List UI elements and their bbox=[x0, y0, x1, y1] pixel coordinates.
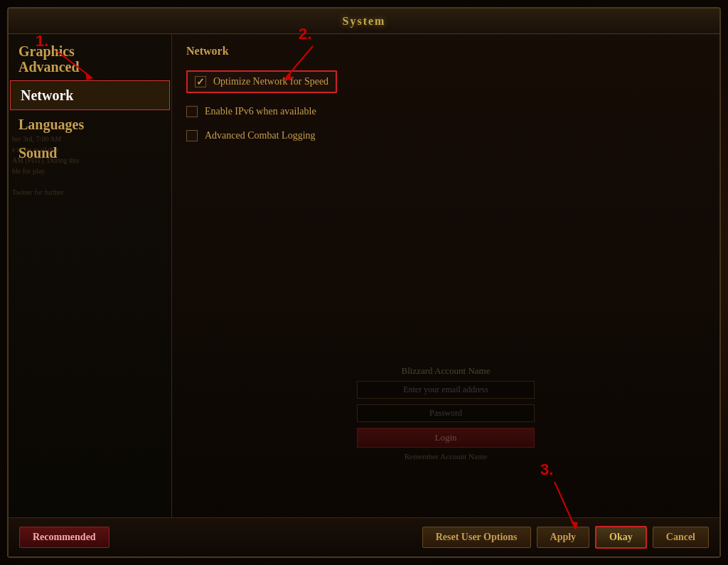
account-label: Blizzard Account Name bbox=[357, 365, 535, 377]
remember-label: Remember Account Name bbox=[357, 452, 535, 461]
bg-login-area: Blizzard Account Name Enter your email a… bbox=[357, 365, 535, 461]
sidebar-item-sound[interactable]: Sound bbox=[9, 139, 171, 167]
advanced-combat-label: Advanced Combat Logging bbox=[205, 130, 316, 141]
sidebar-item-network-label: Network bbox=[21, 87, 73, 103]
optimize-network-label: Optimize Network for Speed bbox=[213, 76, 328, 87]
dialog-footer: Recommended Reset User Options Apply Oka… bbox=[9, 517, 719, 556]
dialog-title: System bbox=[343, 15, 386, 28]
reset-user-options-button[interactable]: Reset User Options bbox=[422, 527, 531, 548]
enable-ipv6-checkbox[interactable] bbox=[186, 106, 198, 117]
sidebar: GraphicsAdvanced Network Languages Sound… bbox=[9, 34, 172, 517]
cancel-button[interactable]: Cancel bbox=[653, 527, 709, 548]
enable-ipv6-label: Enable IPv6 when available bbox=[205, 106, 316, 117]
sidebar-item-sound-label: Sound bbox=[18, 145, 58, 161]
footer-right: Reset User Options Apply Okay Cancel bbox=[422, 526, 709, 549]
email-field: Enter your email address bbox=[357, 381, 535, 399]
main-content: Network ✓ Optimize Network for Speed Ena… bbox=[172, 34, 719, 517]
sidebar-item-graphics-advanced[interactable]: GraphicsAdvanced bbox=[9, 38, 171, 80]
enable-ipv6-checkbox-row[interactable]: Enable IPv6 when available bbox=[186, 106, 705, 117]
section-title: Network bbox=[186, 45, 705, 58]
advanced-combat-checkbox[interactable] bbox=[186, 130, 198, 141]
password-field: Password bbox=[357, 404, 535, 422]
sidebar-item-languages-label: Languages bbox=[18, 117, 84, 132]
sidebar-item-languages[interactable]: Languages bbox=[9, 110, 171, 139]
title-bar: System bbox=[9, 9, 719, 34]
advanced-combat-checkbox-row[interactable]: Advanced Combat Logging bbox=[186, 130, 705, 141]
checkmark-icon: ✓ bbox=[196, 76, 205, 88]
login-button: Login bbox=[357, 428, 535, 448]
optimize-network-checkbox-row[interactable]: ✓ Optimize Network for Speed bbox=[186, 70, 337, 93]
optimize-network-checkbox[interactable]: ✓ bbox=[195, 76, 206, 87]
system-dialog: System GraphicsAdvanced Network Language… bbox=[7, 7, 721, 558]
sidebar-item-network[interactable]: Network bbox=[10, 80, 170, 110]
sidebar-item-graphics-advanced-label: GraphicsAdvanced bbox=[18, 43, 80, 75]
okay-button[interactable]: Okay bbox=[595, 526, 647, 549]
dialog-body: GraphicsAdvanced Network Languages Sound… bbox=[9, 34, 719, 517]
password-placeholder: Password bbox=[429, 408, 462, 418]
recommended-button[interactable]: Recommended bbox=[19, 527, 109, 548]
apply-button[interactable]: Apply bbox=[537, 527, 590, 548]
email-placeholder: Enter your email address bbox=[403, 384, 488, 394]
